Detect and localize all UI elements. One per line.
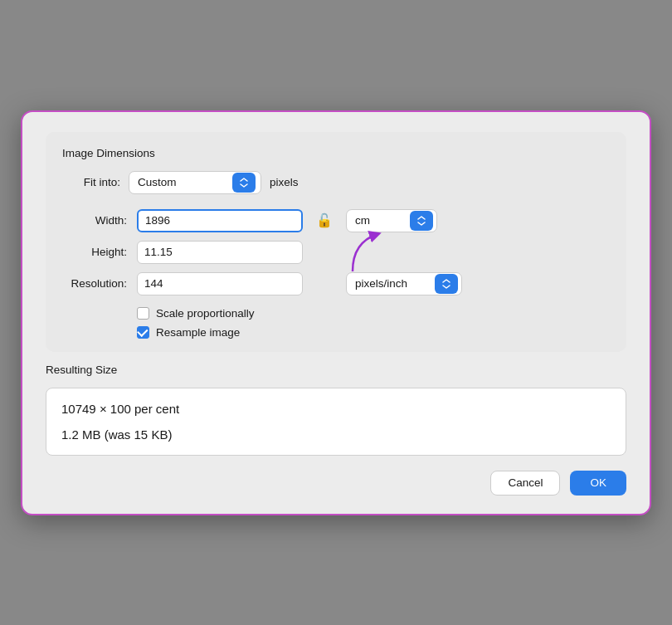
fit-into-value: Custom bbox=[138, 176, 229, 188]
cancel-button[interactable]: Cancel bbox=[490, 471, 560, 496]
width-label: Width: bbox=[62, 214, 130, 227]
fit-into-row: Fit into: Custom pixels bbox=[62, 171, 610, 194]
resample-checkbox[interactable] bbox=[137, 326, 149, 339]
result-dimensions: 10749 × 100 per cent bbox=[61, 402, 611, 416]
fit-into-label: Fit into: bbox=[62, 176, 120, 188]
checkboxes-area: Scale proportionally Resample image bbox=[62, 307, 610, 339]
image-dimensions-section: Image Dimensions Fit into: Custom pixels… bbox=[46, 132, 626, 352]
scale-label: Scale proportionally bbox=[156, 307, 255, 320]
unit-value: cm bbox=[355, 214, 407, 227]
resolution-row: Resolution: pixels/inch bbox=[62, 272, 610, 295]
image-dimensions-dialog: Image Dimensions Fit into: Custom pixels… bbox=[21, 110, 651, 515]
result-filesize: 1.2 MB (was 15 KB) bbox=[61, 427, 611, 442]
fit-into-select[interactable]: Custom bbox=[129, 171, 261, 194]
width-input[interactable] bbox=[137, 209, 303, 232]
lock-area: 🔓 bbox=[309, 212, 339, 228]
resolution-label: Resolution: bbox=[62, 277, 130, 290]
annotation-arrow bbox=[303, 226, 402, 276]
image-dimensions-label: Image Dimensions bbox=[62, 147, 610, 159]
scale-row: Scale proportionally bbox=[137, 307, 610, 320]
ok-button[interactable]: OK bbox=[570, 471, 626, 496]
result-box: 10749 × 100 per cent 1.2 MB (was 15 KB) bbox=[46, 388, 626, 456]
fit-into-unit-label: pixels bbox=[270, 176, 299, 188]
resolution-input[interactable] bbox=[137, 272, 303, 295]
fit-into-stepper[interactable] bbox=[232, 173, 256, 193]
scale-checkbox[interactable] bbox=[137, 307, 149, 320]
height-row: Height: bbox=[62, 241, 610, 264]
unit-stepper[interactable] bbox=[410, 211, 433, 231]
resolution-unit-value: pixels/inch bbox=[355, 277, 431, 290]
width-row: Width: 🔓 cm bbox=[62, 209, 610, 232]
resample-row: Resample image bbox=[137, 326, 610, 339]
resample-label: Resample image bbox=[156, 326, 240, 339]
height-input[interactable] bbox=[137, 241, 303, 264]
resulting-size-section: Resulting Size 10749 × 100 per cent 1.2 … bbox=[46, 364, 626, 456]
fields-container: Width: 🔓 cm Height: bbox=[62, 209, 610, 295]
height-label: Height: bbox=[62, 246, 130, 258]
resolution-unit-select[interactable]: pixels/inch bbox=[346, 272, 462, 295]
buttons-row: Cancel OK bbox=[46, 471, 626, 496]
unit-select[interactable]: cm bbox=[346, 209, 437, 232]
resulting-size-label: Resulting Size bbox=[46, 364, 626, 376]
lock-icon[interactable]: 🔓 bbox=[316, 212, 333, 228]
resolution-unit-stepper[interactable] bbox=[435, 274, 458, 294]
